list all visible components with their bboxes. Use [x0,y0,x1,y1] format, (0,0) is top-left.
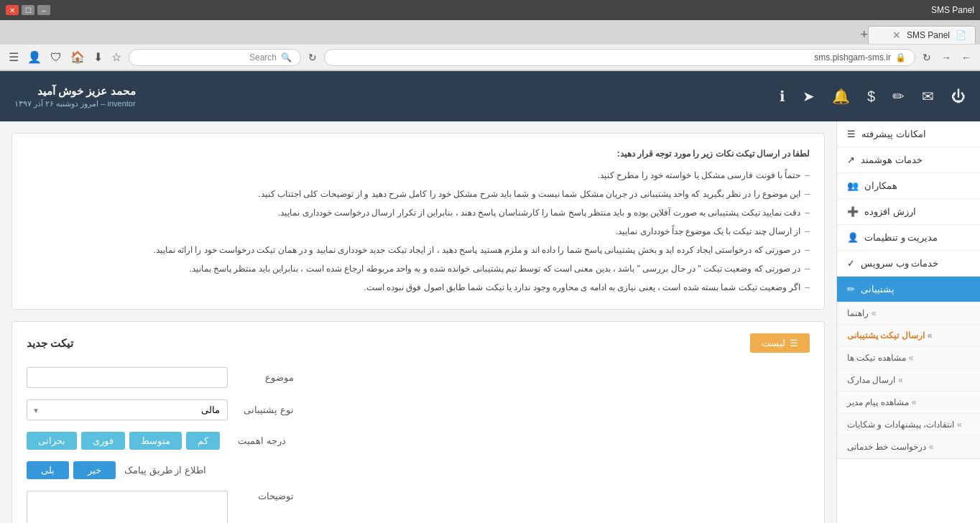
bookmark-star-button[interactable]: ☆ [108,47,124,67]
description-label: توضیحات [236,491,294,501]
list-button[interactable]: ☰ لیست [750,333,810,353]
sub-item-label: درخواست خط خدماتی [847,442,926,452]
user-name: محمد عزیز خوش آمید [14,85,136,98]
dollar-icon[interactable]: $ [867,88,875,105]
browser-chrome: 📄 SMS Panel ✕ + ← → ↻ 🔒 sms.pishgam-sms.… [0,20,980,71]
type-select[interactable]: مالی [27,399,228,420]
user-button[interactable]: 👤 [24,47,45,67]
sidebar-item-support[interactable]: پشتیبانی ✏ [837,277,980,302]
shield-button[interactable]: 🛡 [47,47,65,67]
ticket-title: تیکت جدید [27,337,73,350]
list-button-label: لیست [762,338,785,348]
sidebar-item-value[interactable]: ارزش افزوده ➕ [837,199,980,225]
notify-no-button[interactable]: خیر [73,461,116,479]
sub-item-send-ticket[interactable]: ارسال تیکت پشتیبانی [837,325,980,347]
sub-item-send-docs[interactable]: ارسال مدارک [837,369,980,392]
support-icon: ✏ [847,284,855,295]
tab-bar: 📄 SMS Panel ✕ + [0,20,980,45]
search-icon: 🔍 [281,52,292,63]
sidebar-item-label: خدمات وب سرویس [861,258,938,269]
info-line-5: در صورتی که درخواستی ایجاد کرده اید و بخ… [27,241,810,259]
management-icon: 👤 [847,232,859,243]
lock-icon: 🔒 [895,52,906,63]
info-line-3: دقت نمایید تیکت پشتیبانی به صورت آفلاین … [27,204,810,221]
sub-item-feedback[interactable]: انتقادات، پیشنهادات و شکایات [837,414,980,436]
sidebar: امکانات پیشرفته ☰ خدمات هوشمند ↗ همکاران… [836,121,980,523]
sub-item-service-line[interactable]: درخواست خط خدماتی [837,436,980,458]
bell-icon[interactable]: 🔔 [832,88,850,105]
sidebar-item-label: خدمات هوشمند [861,154,923,165]
sidebar-item-advanced[interactable]: امکانات پیشرفته ☰ [837,121,980,147]
window-buttons[interactable]: – ☐ ✕ [6,5,50,15]
priority-critical-button[interactable]: بحرانی [27,432,77,450]
type-group: نوع پشتیبانی مالی ▼ [27,399,810,420]
forward-button[interactable]: → [938,49,954,66]
description-textarea[interactable] [27,491,228,523]
active-tab[interactable]: 📄 SMS Panel ✕ [868,26,976,44]
mail-icon[interactable]: ✉ [922,88,934,105]
info-line-2: این موضوع را در نظر بگیرید که واحد پشتیب… [27,185,810,203]
back-button[interactable]: ← [958,49,974,66]
sidebar-sub-menu: راهنما ارسال تیکت پشتیبانی مشاهده تیکت ه… [837,302,980,459]
subject-group: موضوع [27,367,810,388]
info-box: لطفا در ارسال تیکت نکات زیر را مورد توجه… [11,133,825,310]
sidebar-item-management[interactable]: مدیریت و تنظیمات 👤 [837,225,980,251]
tab-icon: 📄 [956,30,966,40]
priority-buttons: بحرانی فوری متوسط کم [27,432,220,450]
tab-close-button[interactable]: ✕ [892,29,901,41]
main-layout: امکانات پیشرفته ☰ خدمات هوشمند ↗ همکاران… [0,121,980,523]
ticket-header: تیکت جدید ☰ لیست [27,333,810,353]
sidebar-item-smart[interactable]: خدمات هوشمند ↗ [837,147,980,173]
info-icon[interactable]: ℹ [780,88,785,105]
list-icon: ☰ [790,338,798,348]
sidebar-item-label: امکانات پیشرفته [861,129,926,139]
type-label: نوع پشتیبانی [236,404,294,415]
info-intro: لطفا در ارسال تیکت نکات زیر را مورد توجه… [27,145,810,162]
new-tab-button[interactable]: + [860,27,868,42]
sub-item-label: راهنما [847,308,869,318]
url-text: sms.pishgam-sms.ir [814,52,891,63]
close-button[interactable]: ✕ [6,5,19,15]
sub-item-label: ارسال مدارک [847,375,895,385]
content-area: لطفا در ارسال تیکت نکات زیر را مورد توجه… [0,121,836,523]
sub-item-label: مشاهده تیکت ها [847,353,906,363]
priority-low-button[interactable]: کم [186,432,220,450]
sidebar-item-partners[interactable]: همکاران 👥 [837,173,980,199]
sub-item-guide[interactable]: راهنما [837,302,980,325]
priority-urgent-button[interactable]: فوری [81,432,125,450]
menu-button[interactable]: ☰ [6,47,22,67]
address-bar[interactable]: 🔒 sms.pishgam-sms.ir [324,49,915,66]
sidebar-item-webservice[interactable]: خدمات وب سرویس ✓ [837,251,980,277]
search-box[interactable]: 🔍 Search [129,49,301,66]
sub-item-label: مشاهده پیام مدیر [847,397,909,407]
send-icon[interactable]: ➤ [803,88,815,105]
sub-item-manager-msg[interactable]: مشاهده پیام مدیر [837,392,980,414]
browser-controls: ← → ↻ 🔒 sms.pishgam-sms.ir ↻ 🔍 Search ☆ … [0,45,980,70]
download-button[interactable]: ⬇ [91,47,106,67]
reload-button[interactable]: ↻ [920,49,934,66]
notify-group: اطلاع از طریق پیامک بلی خیر [27,461,810,479]
description-group: توضیحات [27,491,810,523]
sub-item-label: انتقادات، پیشنهادات و شکایات [847,420,954,430]
edit-icon[interactable]: ✏ [892,88,905,105]
ticket-section: تیکت جدید ☰ لیست موضوع نوع پشتیبانی مالی [11,321,825,523]
header-user: محمد عزیز خوش آمید inventor – امروز دوشن… [14,85,136,108]
header-icons: ⏻ ✉ ✏ $ 🔔 ➤ ℹ [780,88,966,105]
sidebar-item-label: ارزش افزوده [864,206,916,217]
subject-input[interactable] [27,367,228,388]
maximize-button[interactable]: ☐ [22,5,34,15]
user-subtitle: inventor – امروز دوشنبه ۲۶ آذر ۱۳۹۷ [14,99,136,108]
notify-buttons: بلی خیر [27,461,116,479]
power-icon[interactable]: ⏻ [951,88,966,105]
subject-label: موضوع [236,372,294,383]
tab-title: SMS Panel [907,30,950,40]
minimize-button[interactable]: – [37,5,50,15]
notify-label: اطلاع از طریق پیامک [124,465,206,476]
priority-medium-button[interactable]: متوسط [129,432,182,450]
sub-item-view-tickets[interactable]: مشاهده تیکت ها [837,347,980,369]
notify-yes-button[interactable]: بلی [27,461,69,479]
app-header: ⏻ ✉ ✏ $ 🔔 ➤ ℹ محمد عزیز خوش آمید invento… [0,71,980,121]
refresh-button[interactable]: ↻ [305,49,320,66]
sub-item-label: ارسال تیکت پشتیبانی [847,330,925,341]
home-button[interactable]: 🏠 [68,47,88,67]
